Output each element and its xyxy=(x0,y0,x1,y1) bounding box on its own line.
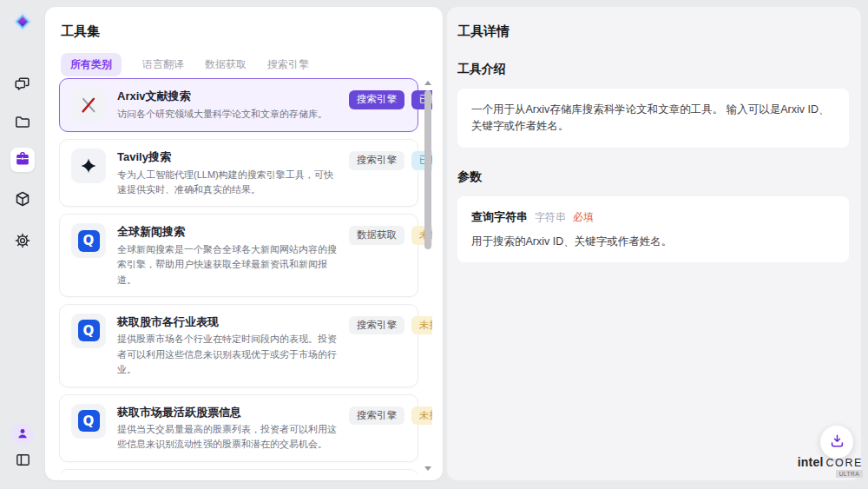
panel-toggle-button[interactable] xyxy=(10,449,35,473)
param-type: 字符串 xyxy=(535,210,566,225)
category-tag: 搜索引擎 xyxy=(349,406,404,426)
sidebar-item-chat[interactable] xyxy=(10,73,35,97)
tool-description: 全球新闻搜索是一个聚合全球各大新闻网站内容的搜索引擎，帮助用户快速获取全球最新资… xyxy=(117,242,338,287)
intro-text: 一个用于从Arxiv存储库搜索科学论文和文章的工具。 输入可以是Arxiv ID… xyxy=(471,102,835,135)
panel-toggle-icon xyxy=(15,452,31,471)
category-tag: 搜索引擎 xyxy=(349,90,404,109)
category-tag: 搜索引擎 xyxy=(349,316,404,335)
scrollbar-thumb[interactable] xyxy=(424,90,431,249)
tool-name: 全球新闻搜索 xyxy=(117,223,338,241)
tool-card-active-stocks[interactable]: Q 获取市场最活跃股票信息 提供当天交易量最高的股票列表，投资者可以利用这些信息… xyxy=(59,394,418,462)
user-avatar-icon xyxy=(16,426,30,443)
scroll-up-arrow-icon[interactable] xyxy=(424,81,431,85)
tab-all-categories[interactable]: 所有类别 xyxy=(61,53,122,76)
app-window: 工具集 所有类别 语言翻译 数据获取 搜索引擎 Arxiv文献搜索 访问各个研究… xyxy=(0,0,868,489)
sparkle-icon xyxy=(71,149,106,183)
intel-wordmark: intel xyxy=(798,455,824,469)
tool-name: 获取股市各行业表现 xyxy=(117,314,338,331)
folder-icon xyxy=(14,114,31,134)
intro-card: 一个用于从Arxiv存储库搜索科学论文和文章的工具。 输入可以是Arxiv ID… xyxy=(457,89,849,148)
tab-data-fetch[interactable]: 数据获取 xyxy=(205,53,247,76)
tool-detail-panel: 工具详情 工具介绍 一个用于从Arxiv存储库搜索科学论文和文章的工具。 输入可… xyxy=(447,7,861,480)
param-description: 用于搜索的Arxiv ID、关键字或作者姓名。 xyxy=(471,234,835,250)
intel-core-logo: intel CORE ULTRA xyxy=(799,455,863,478)
sidebar-item-toolbox[interactable] xyxy=(10,148,35,172)
tool-name: Arxiv文献搜索 xyxy=(117,88,338,105)
ultra-badge: ULTRA xyxy=(836,470,863,478)
param-name: 查询字符串 xyxy=(471,209,528,225)
category-tag: 搜索引擎 xyxy=(349,151,404,170)
category-tabs: 所有类别 语言翻译 数据获取 搜索引擎 xyxy=(61,53,443,76)
tool-description: 提供当天交易量最高的股票列表，投资者可以利用这些信息来识别流动性强的股票和潜在的… xyxy=(117,422,338,453)
sidebar-item-files[interactable] xyxy=(10,111,35,135)
download-button[interactable] xyxy=(820,426,853,459)
scroll-down-arrow-icon[interactable] xyxy=(424,466,431,471)
q-blue-icon: Q xyxy=(71,314,106,348)
download-icon xyxy=(829,433,845,452)
user-avatar[interactable] xyxy=(11,423,34,446)
category-tag: 数据获取 xyxy=(349,226,404,245)
tool-name: 获取市场最活跃股票信息 xyxy=(117,404,338,421)
intro-heading: 工具介绍 xyxy=(457,62,849,77)
tool-list: Arxiv文献搜索 访问各个研究领域大量科学论文和文章的存储库。 搜索引擎 已授… xyxy=(59,78,432,473)
sidebar-item-settings[interactable] xyxy=(10,229,35,254)
tool-card-tavily[interactable]: Tavily搜索 专为人工智能代理(LLM)构建的搜索引擎工具，可快速提供实时、… xyxy=(59,139,418,207)
chat-icon xyxy=(14,76,31,96)
tool-description: 访问各个研究领域大量科学论文和文章的存储库。 xyxy=(117,107,338,122)
core-wordmark: CORE xyxy=(825,457,863,469)
q-blue-icon: Q xyxy=(71,223,106,258)
toolbox-icon xyxy=(14,150,31,170)
arxiv-icon xyxy=(71,88,106,122)
param-card: 查询字符串 字符串 必填 用于搜索的Arxiv ID、关键字或作者姓名。 xyxy=(457,196,849,263)
q-blue-icon: Q xyxy=(71,404,106,439)
tool-description: 提供股票市场各个行业在特定时间段内的表现。投资者可以利用这些信息来识别表现优于或… xyxy=(117,332,338,377)
param-required-flag: 必填 xyxy=(573,210,594,225)
tool-description: 专为人工智能代理(LLM)构建的搜索引擎工具，可快速提供实时、准确和真实的结果。 xyxy=(117,168,338,198)
params-heading: 参数 xyxy=(457,169,849,185)
cube-icon xyxy=(14,190,31,210)
tab-search-engine[interactable]: 搜索引擎 xyxy=(267,53,309,76)
tool-card-stock-sectors[interactable]: Q 获取股市各行业表现 提供股票市场各个行业在特定时间段内的表现。投资者可以利用… xyxy=(59,304,418,387)
settings-gear-icon xyxy=(14,232,31,252)
detail-title: 工具详情 xyxy=(457,23,849,40)
tool-name: Tavily搜索 xyxy=(117,149,338,166)
sidebar-item-models[interactable] xyxy=(10,188,35,212)
toolset-panel: 工具集 所有类别 语言翻译 数据获取 搜索引擎 Arxiv文献搜索 访问各个研究… xyxy=(45,7,443,480)
tool-card-regional-news[interactable]: 万维地区新闻查询 查询具体行政区划内的新闻，快速了解各地新闻动 搜索引擎 未授权 xyxy=(59,469,418,473)
tab-language-translation[interactable]: 语言翻译 xyxy=(142,53,184,76)
sidebar-rail xyxy=(0,0,45,489)
page-title: 工具集 xyxy=(61,23,443,40)
scrollbar[interactable] xyxy=(424,78,432,473)
tool-card-global-news[interactable]: Q 全球新闻搜索 全球新闻搜索是一个聚合全球各大新闻网站内容的搜索引擎，帮助用户… xyxy=(59,214,418,297)
tool-card-arxiv[interactable]: Arxiv文献搜索 访问各个研究领域大量科学论文和文章的存储库。 搜索引擎 已授… xyxy=(59,78,418,132)
app-logo-icon xyxy=(10,10,35,34)
